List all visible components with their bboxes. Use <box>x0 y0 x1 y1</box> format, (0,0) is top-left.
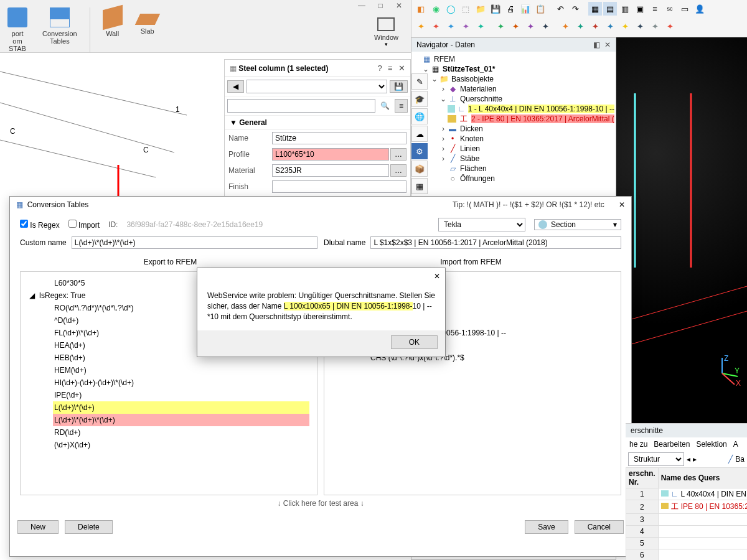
redo-icon[interactable]: ↷ <box>568 2 582 16</box>
material-input[interactable] <box>272 164 389 177</box>
side-tab[interactable]: ☁ <box>411 126 428 142</box>
tb-icon[interactable]: ✦ <box>509 19 522 33</box>
back-button[interactable]: ◀ <box>227 80 244 93</box>
close-icon[interactable]: ✕ <box>398 63 405 73</box>
list-item[interactable]: (\d+)X(\d+) <box>53 439 309 451</box>
side-tab[interactable]: 📦 <box>411 161 428 177</box>
undock-icon[interactable]: ◧ <box>593 40 600 49</box>
tb-icon[interactable]: ✦ <box>618 19 632 33</box>
ribbon-window-menu[interactable]: Window ▾ <box>374 17 398 47</box>
table-row[interactable]: 6 <box>626 549 748 561</box>
tb-icon[interactable]: 🖨 <box>504 2 517 16</box>
custom-name-input[interactable] <box>72 236 317 249</box>
tb-icon[interactable]: ▥ <box>618 2 632 16</box>
side-tab[interactable]: 🎓 <box>411 91 428 107</box>
tb-icon[interactable]: ✦ <box>524 19 537 33</box>
tb-icon[interactable]: ◉ <box>429 2 443 16</box>
new-button[interactable]: New <box>17 520 59 534</box>
list-item[interactable]: HEM(\d+) <box>53 364 309 376</box>
search-input[interactable] <box>227 99 375 113</box>
save-icon-button[interactable]: 💾 <box>390 80 408 93</box>
struktur-select[interactable]: Struktur <box>628 452 684 466</box>
table-row[interactable]: 3 <box>626 514 748 526</box>
tb-icon[interactable]: 💾 <box>489 2 502 16</box>
ribbon-item-import[interactable]: port om STAB <box>0 5 35 55</box>
tree-item-qs1[interactable]: ∟1 - L 40x40x4 | DIN EN 10056-1:1998-10 … <box>413 104 614 114</box>
ribbon-item-slab[interactable]: Slab <box>130 5 165 55</box>
tb-icon[interactable]: ▤ <box>603 2 617 16</box>
close-icon[interactable]: ✕ <box>604 40 611 49</box>
instance-select[interactable] <box>247 80 387 93</box>
section-header[interactable]: ▼ General <box>225 115 410 130</box>
finish-input[interactable] <box>272 180 406 193</box>
tb-icon[interactable]: ◧ <box>414 2 428 16</box>
maximize-icon[interactable]: □ <box>371 0 390 11</box>
table-row[interactable]: 4 <box>626 526 748 538</box>
name-input[interactable] <box>272 132 406 144</box>
is-regex-checkbox[interactable]: Is Regex <box>20 220 60 230</box>
dlubal-name-input[interactable] <box>370 236 621 249</box>
next-icon[interactable]: ▸ <box>693 455 697 464</box>
prev-icon[interactable]: ◂ <box>687 455 690 464</box>
type-select[interactable]: Section▾ <box>534 219 621 230</box>
tb-icon[interactable]: 📊 <box>519 2 532 16</box>
list-item[interactable]: RD(\d+) <box>53 426 309 439</box>
tb-icon[interactable]: ✦ <box>429 19 443 33</box>
close-icon[interactable]: ✕ <box>619 200 625 209</box>
tb-icon[interactable]: ◯ <box>444 2 458 16</box>
side-tab[interactable]: ▦ <box>411 178 428 194</box>
tb-icon[interactable]: ▦ <box>588 2 602 16</box>
material-browse-button[interactable]: … <box>390 164 406 177</box>
profile-input[interactable] <box>272 148 389 161</box>
close-icon[interactable]: ✕ <box>390 0 408 11</box>
side-tab-active[interactable]: ⚙ <box>411 143 428 159</box>
rfem-3d-viewport[interactable]: Z Y X <box>616 37 747 423</box>
save-button[interactable]: Save <box>525 520 568 534</box>
table-row[interactable]: 1∟L 40x40x4 | DIN EN 100 <box>626 488 748 500</box>
tb-icon[interactable]: ≡ <box>648 2 662 16</box>
table-row[interactable]: 5 <box>626 538 748 549</box>
list-item[interactable]: L(\d+)\*(\d+) <box>53 401 309 414</box>
tb-icon[interactable]: 👤 <box>693 2 707 16</box>
tb-icon[interactable]: ✦ <box>573 19 587 33</box>
tb-icon[interactable]: ✦ <box>603 19 617 33</box>
side-tab[interactable]: 🌐 <box>411 108 428 124</box>
filter-button[interactable]: ≡ <box>395 99 408 113</box>
import-checkbox[interactable]: Import <box>68 220 100 230</box>
list-item[interactable]: HI(\d+)-(\d+)-(\d+)\*(\d+) <box>53 376 309 389</box>
search-icon[interactable]: 🔍 <box>378 99 392 113</box>
table-row[interactable]: 2工IPE 80 | EN 10365:2017 <box>626 500 748 514</box>
close-icon[interactable]: ✕ <box>434 272 440 281</box>
tb-icon[interactable]: ✦ <box>414 19 428 33</box>
list-item[interactable]: L(\d+)\*(\d+)\*(\d+) <box>53 414 309 426</box>
tb-icon[interactable]: ✦ <box>538 19 552 33</box>
list-item[interactable]: IPE(\d+) <box>53 389 309 401</box>
tb-icon[interactable]: sc <box>663 2 677 16</box>
list-icon[interactable]: ≡ <box>388 63 393 73</box>
delete-button[interactable]: Delete <box>65 520 113 534</box>
table-tabs[interactable]: he zu Bearbeiten Selektion A <box>626 437 747 451</box>
profile-browse-button[interactable]: … <box>390 148 406 161</box>
cancel-button[interactable]: Cancel <box>575 520 624 534</box>
navigator-tree[interactable]: ▦RFEM ⌄▦StützeTest_01* ⌄📁Basisobjekte ›◆… <box>411 52 616 186</box>
minimize-icon[interactable]: — <box>352 0 371 11</box>
tree-item-qs2[interactable]: 工2 - IPE 80 | EN 10365:2017 | ArcelorMit… <box>413 114 614 124</box>
tb-icon[interactable]: ▣ <box>633 2 647 16</box>
tb-icon[interactable]: 📋 <box>533 2 547 16</box>
ribbon-item-wall[interactable]: Wall <box>95 5 130 55</box>
tb-icon[interactable]: ⬚ <box>459 2 472 16</box>
undo-icon[interactable]: ↶ <box>553 2 567 16</box>
tb-icon[interactable]: ✦ <box>558 19 572 33</box>
help-icon[interactable]: ? <box>377 63 382 73</box>
source-select[interactable]: Tekla <box>438 218 525 231</box>
tb-icon[interactable]: 📁 <box>474 2 487 16</box>
tb-icon[interactable]: ✦ <box>588 19 602 33</box>
tb-icon[interactable]: ✦ <box>633 19 647 33</box>
tb-icon[interactable]: ✦ <box>663 19 677 33</box>
tb-icon[interactable]: ✦ <box>444 19 458 33</box>
side-tab[interactable]: ✎ <box>411 73 428 90</box>
tb-icon[interactable]: ✦ <box>474 19 487 33</box>
ribbon-item-conversion-tables[interactable]: Conversion Tables <box>35 5 85 55</box>
tb-icon[interactable]: ✦ <box>459 19 472 33</box>
tb-icon[interactable]: ▭ <box>678 2 692 16</box>
